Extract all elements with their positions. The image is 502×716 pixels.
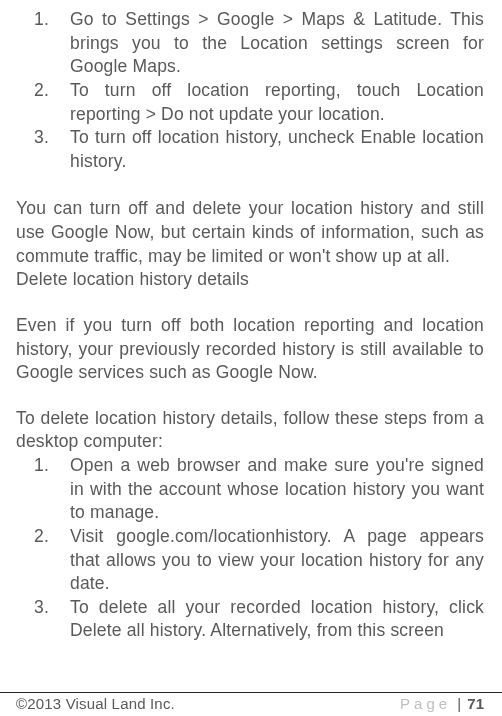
list-item: 1. Open a web browser and make sure you'… (16, 454, 484, 525)
spacer (16, 292, 484, 314)
page-indicator: Page | 71 (400, 694, 484, 714)
instructions-list-1: 1. Go to Settings > Google > Maps & Lati… (16, 8, 484, 173)
body-paragraph: You can turn off and delete your locatio… (16, 197, 484, 268)
separator: | (453, 695, 465, 712)
instructions-list-2: 1. Open a web browser and make sure you'… (16, 454, 484, 643)
spacer (16, 385, 484, 407)
list-text: To delete all your recorded location his… (70, 597, 484, 641)
list-text: Go to Settings > Google > Maps & Latitud… (70, 9, 484, 76)
list-item: 3. To delete all your recorded location … (16, 596, 484, 643)
list-text: To turn off location history, uncheck En… (70, 127, 484, 171)
list-number: 1. (34, 454, 49, 478)
spacer (16, 173, 484, 197)
list-item: 3. To turn off location history, uncheck… (16, 126, 484, 173)
list-text: To turn off location reporting, touch Lo… (70, 80, 484, 124)
body-paragraph: To delete location history details, foll… (16, 407, 484, 454)
list-number: 3. (34, 126, 49, 150)
list-number: 3. (34, 596, 49, 620)
list-text: Open a web browser and make sure you're … (70, 455, 484, 522)
body-paragraph: Even if you turn off both location repor… (16, 314, 484, 385)
list-text: Visit google.com/locationhistory. A page… (70, 526, 484, 593)
list-number: 1. (34, 8, 49, 32)
list-number: 2. (34, 525, 49, 549)
page-label: Page (400, 695, 451, 712)
page-number: 71 (467, 695, 484, 712)
section-heading: Delete location history details (16, 268, 484, 292)
page-footer: ©2013 Visual Land Inc. Page | 71 (0, 692, 502, 716)
list-item: 2. Visit google.com/locationhistory. A p… (16, 525, 484, 596)
list-item: 1. Go to Settings > Google > Maps & Lati… (16, 8, 484, 79)
copyright-text: ©2013 Visual Land Inc. (16, 694, 175, 714)
list-number: 2. (34, 79, 49, 103)
list-item: 2. To turn off location reporting, touch… (16, 79, 484, 126)
